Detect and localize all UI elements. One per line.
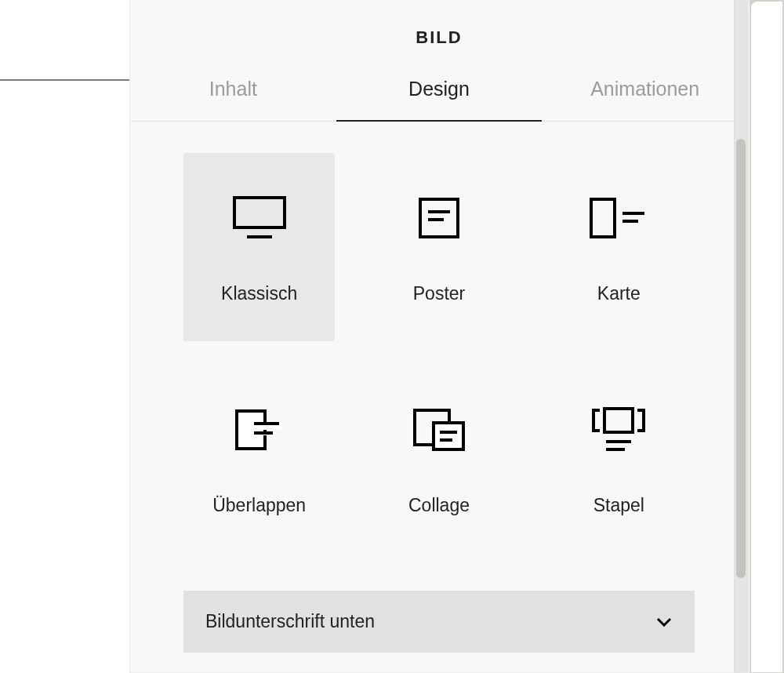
layout-option-stapel[interactable]: Stapel [543,365,695,553]
layout-label: Collage [408,495,470,516]
collage-layout-icon [412,395,466,465]
layout-grid: Klassisch Poster [183,153,695,553]
scrollbar-thumb[interactable] [736,139,746,578]
card-layout-icon [588,183,649,253]
svg-rect-16 [434,423,463,449]
svg-rect-0 [234,198,285,227]
overlap-layout-icon [234,395,285,465]
layout-option-karte[interactable]: Karte [543,153,695,341]
layout-label: Klassisch [221,283,297,304]
background-divider [0,79,129,81]
dropdown-label: Bildunterschrift unten [205,611,375,632]
layout-label: Poster [413,283,465,304]
tab-animationen[interactable]: Animationen [542,67,748,121]
svg-rect-5 [591,199,615,237]
layout-option-collage[interactable]: Collage [363,365,514,553]
right-window-edge [750,0,784,673]
layout-label: Stapel [593,495,644,516]
poster-layout-icon [417,183,461,253]
stack-layout-icon [590,395,647,465]
panel-title: BILD [130,0,748,67]
classic-layout-icon [231,183,288,253]
tab-design[interactable]: Design [336,67,543,121]
svg-rect-25 [604,409,633,432]
layout-option-klassisch[interactable]: Klassisch [183,153,335,341]
layout-label: Überlappen [212,495,306,516]
caption-position-dropdown[interactable]: Bildunterschrift unten [183,591,695,653]
layout-label: Karte [597,283,641,304]
layout-option-ueberlappen[interactable]: Überlappen [183,365,335,553]
tabs: Inhalt Design Animationen [130,67,748,122]
image-settings-panel: BILD Inhalt Design Animationen Klassisch [129,0,749,673]
tab-inhalt[interactable]: Inhalt [130,67,336,121]
chevron-down-icon [655,613,673,631]
layout-option-poster[interactable]: Poster [363,153,514,341]
scrollbar-track[interactable] [734,0,748,672]
design-content: Klassisch Poster [130,122,748,656]
